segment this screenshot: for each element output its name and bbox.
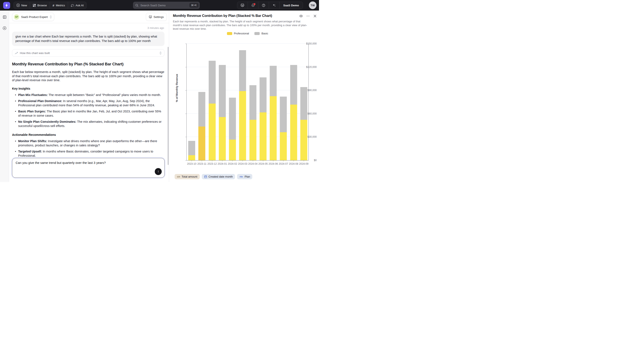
y-tick-label: $60,000 <box>307 112 317 115</box>
dimension-chip-plan[interactable]: Abc Plan <box>237 174 252 179</box>
navbar-utility-group: SaaS Demo <box>237 2 303 9</box>
chart-legend: ProfessionalBasic <box>186 32 309 35</box>
bar-segment-professional[interactable] <box>239 91 246 160</box>
bar-2023-12[interactable] <box>209 61 216 160</box>
bar-segment-basic[interactable] <box>300 87 307 120</box>
y-tick-label: $120,000 <box>306 66 317 68</box>
bar-segment-professional[interactable] <box>300 120 307 160</box>
bar-2024-09[interactable] <box>300 87 307 160</box>
bar-2024-04[interactable] <box>249 85 256 160</box>
send-button[interactable]: ↑ <box>155 168 162 175</box>
bar-segment-basic[interactable] <box>239 50 246 91</box>
bar-segment-professional[interactable] <box>280 132 287 160</box>
ask-ai-button[interactable]: Ask AI <box>68 2 86 9</box>
bar-segment-professional[interactable] <box>290 104 297 160</box>
bar-segment-basic[interactable] <box>270 66 277 96</box>
ellipsis-icon <box>306 14 310 18</box>
bar-segment-basic[interactable] <box>259 78 266 112</box>
global-search-input[interactable]: Search SaaS Demo ⌘+K <box>133 2 200 9</box>
bar-2024-03[interactable] <box>239 50 246 160</box>
metrics-button[interactable]: # Metrics <box>50 2 68 9</box>
key-insight-item: •Professional Plan Dominance: In several… <box>12 99 164 108</box>
grid-icon <box>33 4 36 7</box>
agent-settings-button[interactable]: Settings <box>146 13 167 21</box>
chat-scrollbar[interactable] <box>168 47 169 165</box>
bar-2023-10[interactable] <box>188 141 195 160</box>
bar-chart-plot[interactable]: 2023-102023-112023-122024-012024-022024-… <box>186 44 309 160</box>
chart-description: Each bar represents a month, stacked by … <box>173 20 310 31</box>
bullet-dot: • <box>15 99 16 107</box>
bar-2024-02[interactable] <box>229 98 236 160</box>
bar-segment-professional[interactable] <box>229 140 236 160</box>
circle-plus-icon <box>3 26 7 30</box>
app-logo[interactable] <box>3 2 10 9</box>
bar-2024-07[interactable] <box>280 96 287 160</box>
bar-segment-basic[interactable] <box>209 61 216 104</box>
bullet-dot: • <box>15 93 16 97</box>
view-chart-button[interactable] <box>298 14 303 18</box>
toggle-sidebar-button[interactable] <box>0 14 9 20</box>
x-axis-line <box>185 160 309 160</box>
bar-2024-08[interactable] <box>290 65 297 160</box>
md-key-insights-heading: Key Insights <box>12 87 164 90</box>
hash-icon: # <box>53 4 54 7</box>
bar-segment-basic[interactable] <box>198 92 205 126</box>
dimension-chip-created-date-month[interactable]: Created date month <box>202 174 235 179</box>
new-thread-button[interactable] <box>0 25 9 31</box>
browse-button-label: Browse <box>37 4 47 7</box>
sparkles-icon <box>272 4 276 7</box>
bar-segment-basic[interactable] <box>280 96 287 132</box>
new-button[interactable]: New <box>14 2 30 9</box>
notification-badge <box>253 3 255 5</box>
bar-segment-basic[interactable] <box>249 85 256 120</box>
legend-swatch <box>227 32 232 35</box>
browse-button[interactable]: Browse <box>30 2 50 9</box>
bar-2024-05[interactable] <box>259 78 266 160</box>
legend-item-basic[interactable]: Basic <box>254 32 268 35</box>
metric-chip-total-amount[interactable]: 123 Total amount <box>175 174 200 179</box>
bar-segment-professional[interactable] <box>259 112 266 160</box>
x-tick-mark <box>303 160 304 161</box>
bar-segment-basic[interactable] <box>188 141 195 155</box>
x-tick-mark <box>192 160 192 161</box>
chat-header: SP SaaS Product Expert Settings <box>9 10 169 23</box>
bar-segment-professional[interactable] <box>270 96 277 160</box>
more-options-button[interactable] <box>305 14 310 18</box>
bar-segment-professional[interactable] <box>188 155 195 160</box>
bar-2023-11[interactable] <box>198 92 205 160</box>
y-tick-label: $150,000 <box>306 42 317 45</box>
how-built-label: How this chart was built <box>20 52 50 54</box>
gridline <box>187 44 308 44</box>
bar-segment-professional[interactable] <box>209 104 216 160</box>
chart-title: Monthly Revenue Contribution by Plan (St… <box>173 14 272 18</box>
notifications-button[interactable] <box>248 2 258 9</box>
ai-sparkles-button[interactable] <box>269 2 279 9</box>
chat-input[interactable]: Can you give the same trend but quarterl… <box>12 158 165 178</box>
chart-panel: Monthly Revenue Contribution by Plan (St… <box>169 10 319 182</box>
md-intro: Each bar below represents a month, split… <box>12 70 164 82</box>
settings-gear-button[interactable] <box>237 2 248 9</box>
bar-segment-professional[interactable] <box>198 126 205 160</box>
bar-2024-06[interactable] <box>270 66 277 160</box>
workspace-button[interactable]: SaaS Demo <box>279 2 303 9</box>
how-built-toggle[interactable]: How this chart was built <box>12 49 164 57</box>
help-button[interactable] <box>258 2 269 9</box>
bar-segment-professional[interactable] <box>249 120 256 160</box>
y-tick-label: $0 <box>314 159 317 162</box>
bar-segment-basic[interactable] <box>290 65 297 104</box>
bullet-dot: • <box>15 139 16 148</box>
bar-segment-professional[interactable] <box>219 117 226 160</box>
chat-scroll-area[interactable]: 3 minutes ago give me a bar chart where … <box>9 23 169 166</box>
bar-segment-basic[interactable] <box>229 98 236 140</box>
app-root: New Browse # Metrics Ask AI Search SaaS … <box>0 0 319 182</box>
chip-label: Plan <box>244 175 250 178</box>
bar-segment-basic[interactable] <box>219 65 226 117</box>
close-panel-button[interactable] <box>312 14 317 18</box>
bar-2024-01[interactable] <box>219 65 226 160</box>
panel-expand-icon <box>3 15 7 19</box>
agent-selector[interactable]: SP SaaS Product Expert <box>12 13 54 21</box>
user-avatar[interactable]: TW <box>309 2 316 9</box>
abc-icon: Abc <box>239 176 243 178</box>
legend-item-professional[interactable]: Professional <box>227 32 249 35</box>
x-tick-label: 2023-12 <box>207 162 217 165</box>
